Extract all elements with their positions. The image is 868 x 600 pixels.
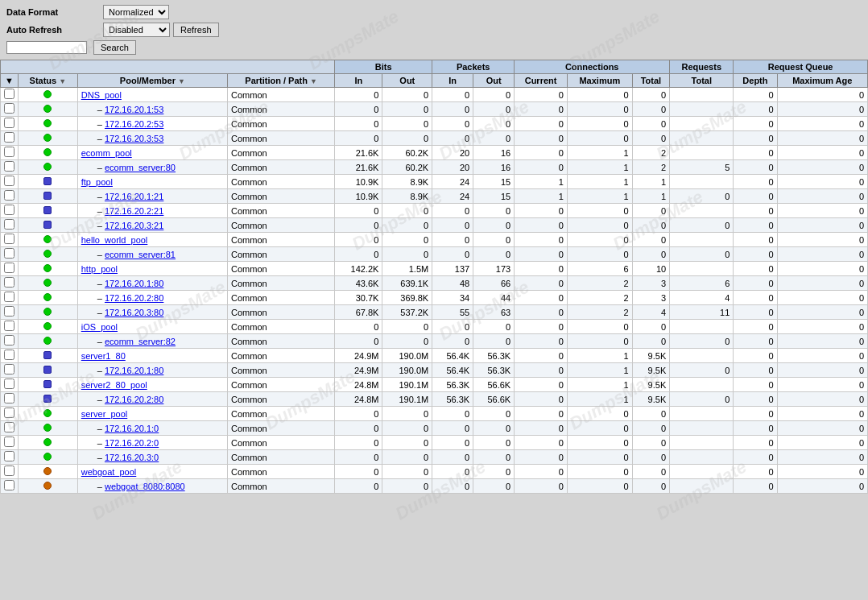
- row-conn-cur: 0: [515, 233, 568, 247]
- col-req-total[interactable]: Total: [670, 74, 734, 88]
- member-name[interactable]: – 172.16.20.3:21: [77, 218, 227, 233]
- row-checkbox[interactable]: [4, 118, 14, 128]
- data-format-select[interactable]: Normalized Raw: [103, 5, 169, 19]
- pool-name[interactable]: http_pool: [77, 262, 227, 276]
- col-partition[interactable]: Partition / Path ▼: [228, 74, 335, 88]
- row-checkbox[interactable]: [4, 176, 14, 186]
- row-checkbox[interactable]: [4, 466, 14, 476]
- row-rq-depth: 0: [734, 233, 777, 247]
- pool-name[interactable]: server2_80_pool: [77, 378, 227, 392]
- row-pkts-out: 173: [473, 262, 515, 276]
- member-name[interactable]: – ecomm_server:82: [77, 334, 227, 349]
- member-name[interactable]: – 172.16.20.3:80: [77, 305, 227, 320]
- row-bits-in: 24.9M: [335, 349, 382, 363]
- row-bits-out: 1.5M: [382, 262, 432, 276]
- col-rq-depth[interactable]: Depth: [734, 74, 777, 88]
- row-checkbox[interactable]: [4, 379, 14, 389]
- row-checkbox[interactable]: [4, 364, 14, 374]
- row-checkbox[interactable]: [4, 234, 14, 244]
- row-checkbox[interactable]: [4, 321, 14, 331]
- row-checkbox[interactable]: [4, 263, 14, 273]
- pool-name[interactable]: ecomm_pool: [77, 146, 227, 160]
- col-conn-total[interactable]: Total: [632, 74, 670, 88]
- row-checkbox[interactable]: [4, 437, 14, 447]
- col-rq-max-age[interactable]: Maximum Age: [777, 74, 867, 88]
- row-conn-max: 1: [567, 175, 632, 189]
- row-checkbox[interactable]: [4, 147, 14, 157]
- member-name[interactable]: – 172.16.20.2:80: [77, 291, 227, 305]
- member-name[interactable]: – 172.16.20.2:80: [77, 392, 227, 407]
- col-conn-max[interactable]: Maximum: [567, 74, 632, 88]
- row-checkbox[interactable]: [4, 103, 14, 114]
- row-rq-max_age: 0: [777, 131, 867, 146]
- row-checkbox[interactable]: [4, 350, 14, 360]
- pool-name[interactable]: server_pool: [77, 407, 227, 421]
- row-pkts-in: 137: [432, 262, 473, 276]
- member-name[interactable]: – 172.16.20.1:0: [77, 421, 227, 436]
- col-status[interactable]: Status ▼: [19, 74, 78, 88]
- row-conn-max: 0: [567, 131, 632, 146]
- row-checkbox[interactable]: [4, 480, 14, 490]
- member-name[interactable]: – 172.16.20.2:21: [77, 204, 227, 218]
- member-name[interactable]: – 172.16.20.3:53: [77, 131, 227, 146]
- member-name[interactable]: – ecomm_server:80: [77, 160, 227, 175]
- row-pkts-out: 0: [473, 117, 515, 131]
- pool-name[interactable]: iOS_pool: [77, 320, 227, 334]
- row-pkts-out: 0: [473, 436, 515, 450]
- row-checkbox[interactable]: [4, 422, 14, 432]
- auto-refresh-select[interactable]: Disabled 5 seconds 10 seconds 30 seconds: [103, 23, 170, 37]
- row-checkbox[interactable]: [4, 205, 14, 215]
- row-checkbox[interactable]: [4, 408, 14, 418]
- row-checkbox-cell: [1, 117, 19, 131]
- row-rq-max_age: 0: [777, 392, 867, 407]
- row-checkbox[interactable]: [4, 292, 14, 302]
- row-checkbox[interactable]: [4, 219, 14, 230]
- col-pkts-in[interactable]: In: [432, 74, 473, 88]
- row-conn-total: 3: [632, 291, 670, 305]
- row-checkbox[interactable]: [4, 190, 14, 201]
- member-name[interactable]: – 172.16.20.1:80: [77, 363, 227, 378]
- pool-name[interactable]: ftp_pool: [77, 175, 227, 189]
- row-checkbox[interactable]: [4, 306, 14, 317]
- row-pkts-in: 0: [432, 479, 473, 494]
- table-row: DNS_poolCommon000000000: [1, 88, 868, 102]
- row-pkts-out: 56.6K: [473, 378, 515, 392]
- member-name[interactable]: – 172.16.20.1:53: [77, 102, 227, 117]
- search-button[interactable]: Search: [93, 40, 136, 55]
- row-checkbox[interactable]: [4, 451, 14, 461]
- member-name[interactable]: – 172.16.20.2:0: [77, 436, 227, 450]
- member-name[interactable]: – 172.16.20.1:80: [77, 276, 227, 291]
- col-bits-out[interactable]: Out: [382, 74, 432, 88]
- pool-name[interactable]: DNS_pool: [77, 88, 227, 102]
- pool-name[interactable]: hello_world_pool: [77, 233, 227, 247]
- row-bits-in: 21.6K: [335, 160, 382, 175]
- row-status: [19, 117, 78, 131]
- row-conn-total: 0: [632, 421, 670, 436]
- col-pool-member[interactable]: Pool/Member ▼: [77, 74, 227, 88]
- pool-name[interactable]: server1_80: [77, 349, 227, 363]
- row-checkbox[interactable]: [4, 248, 14, 259]
- row-checkbox[interactable]: [4, 89, 14, 99]
- row-rq-max_age: 0: [777, 407, 867, 421]
- row-rq-max_age: 0: [777, 102, 867, 117]
- col-pkts-out[interactable]: Out: [473, 74, 515, 88]
- search-input[interactable]: [6, 41, 87, 54]
- refresh-button[interactable]: Refresh: [173, 23, 219, 37]
- col-conn-cur[interactable]: Current: [515, 74, 568, 88]
- member-name[interactable]: – 172.16.20.3:0: [77, 450, 227, 465]
- row-bits-in: 0: [335, 247, 382, 262]
- row-checkbox[interactable]: [4, 161, 14, 172]
- member-name[interactable]: – webgoat_8080:8080: [77, 479, 227, 494]
- member-name[interactable]: – ecomm_server:81: [77, 247, 227, 262]
- row-checkbox[interactable]: [4, 132, 14, 143]
- row-checkbox[interactable]: [4, 393, 14, 403]
- member-name[interactable]: – 172.16.20.1:21: [77, 189, 227, 204]
- row-pkts-in: 24: [432, 175, 473, 189]
- row-checkbox[interactable]: [4, 277, 14, 288]
- row-checkbox[interactable]: [4, 335, 14, 346]
- col-bits-in[interactable]: In: [335, 74, 382, 88]
- pool-name[interactable]: webgoat_pool: [77, 465, 227, 479]
- member-name[interactable]: – 172.16.20.2:53: [77, 117, 227, 131]
- row-pkts-in: 56.3K: [432, 378, 473, 392]
- row-pkts-out: 56.6K: [473, 392, 515, 407]
